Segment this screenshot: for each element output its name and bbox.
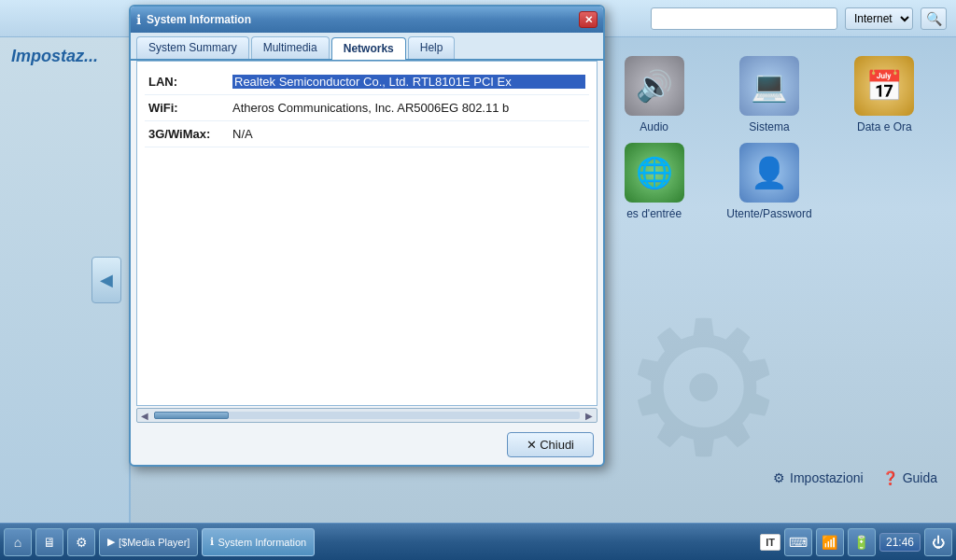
tab-help[interactable]: Help <box>408 36 456 59</box>
nav-arrow-left[interactable]: ◀ <box>91 257 121 303</box>
horizontal-scrollbar[interactable]: ◀ ▶ <box>136 408 598 423</box>
icons-area: 🔊 Audio 💻 Sistema 📅 Data e Ora 🌐 es d'en… <box>583 37 956 523</box>
taskbar-home-button[interactable]: ⌂ <box>4 528 32 556</box>
language-badge[interactable]: IT <box>760 534 780 551</box>
impostazioni-button[interactable]: ⚙ Impostazioni <box>773 470 864 485</box>
tab-networks[interactable]: Networks <box>331 37 406 60</box>
sistema-icon: 💻 <box>739 56 799 116</box>
dialog-tabs: System Summary Multimedia Networks Help <box>131 33 603 61</box>
scrollbar-thumb[interactable] <box>154 412 229 419</box>
taskbar: ⌂ 🖥 ⚙ ▶ [$Media Player] ℹ System Informa… <box>0 523 956 560</box>
dialog-titlebar: ℹ System Information ✕ <box>131 7 603 33</box>
dataora-label: Data e Ora <box>857 120 912 133</box>
utente-icon: 👤 <box>739 143 799 203</box>
help-icon: ❓ <box>882 470 898 485</box>
entree-icon-item[interactable]: 🌐 es d'entrée <box>601 143 707 220</box>
sistema-icon-item[interactable]: 💻 Sistema <box>716 56 822 133</box>
guida-button[interactable]: ❓ Guida <box>882 470 937 485</box>
wifi-value: Atheros Communications, Inc. AR5006EG 80… <box>232 101 585 115</box>
search-button[interactable]: 🔍 <box>921 7 947 30</box>
sysinfo-icon: ℹ <box>210 536 214 548</box>
tab-multimedia[interactable]: Multimedia <box>251 36 330 59</box>
entree-icon: 🌐 <box>625 143 684 203</box>
impostazioni-label: Impostazioni <box>790 470 864 485</box>
taskbar-mediaplayer-button[interactable]: ▶ [$Media Player] <box>99 528 198 556</box>
taskbar-clock[interactable]: 21:46 <box>879 533 921 552</box>
utente-icon-item[interactable]: 👤 Utente/Password <box>716 143 822 220</box>
taskbar-power-button[interactable]: ⏻ <box>924 528 952 556</box>
taskbar-sysinfo-button[interactable]: ℹ System Information <box>202 528 315 556</box>
3g-value: N/A <box>232 127 585 141</box>
mediaplayer-icon: ▶ <box>107 536 115 548</box>
wifi-label: WiFi: <box>148 101 232 115</box>
mediaplayer-label: [$Media Player] <box>119 537 190 548</box>
taskbar-desktop-button[interactable]: 🖥 <box>35 528 63 556</box>
network-row-3g: 3G/WiMax: N/A <box>145 121 589 147</box>
dialog-content: LAN: Realtek Semiconductor Co., Ltd. RTL… <box>136 61 598 406</box>
sistema-label: Sistema <box>749 120 789 133</box>
audio-icon-item[interactable]: 🔊 Audio <box>601 56 707 133</box>
taskbar-keyboard-button[interactable]: ⌨ <box>784 528 812 556</box>
scrollbar-track <box>154 412 580 419</box>
guida-label: Guida <box>903 470 937 485</box>
dataora-icon-item[interactable]: 📅 Data e Ora <box>832 56 937 133</box>
dialog-footer: ✕ Chiudi <box>131 425 603 465</box>
search-input[interactable] <box>651 7 837 30</box>
bottom-desktop-bar: ⚙ Impostazioni ❓ Guida <box>773 470 937 485</box>
lan-value: Realtek Semiconductor Co., Ltd. RTL8101E… <box>232 75 585 89</box>
taskbar-right-area: IT ⌨ 📶 🔋 21:46 ⏻ <box>760 528 952 556</box>
entree-label: es d'entrée <box>626 207 682 220</box>
system-info-dialog: ℹ System Information ✕ System Summary Mu… <box>129 5 605 467</box>
taskbar-network-button[interactable]: 📶 <box>816 528 844 556</box>
scrollbar-left-arrow[interactable]: ◀ <box>137 411 152 421</box>
audio-label: Audio <box>640 120 668 133</box>
lan-label: LAN: <box>148 75 232 89</box>
dataora-icon: 📅 <box>854 56 914 116</box>
tab-system-summary[interactable]: System Summary <box>136 36 249 59</box>
internet-select[interactable]: Internet <box>845 7 913 30</box>
network-row-wifi: WiFi: Atheros Communications, Inc. AR500… <box>145 95 589 121</box>
network-row-lan: LAN: Realtek Semiconductor Co., Ltd. RTL… <box>145 69 589 95</box>
chiudi-button[interactable]: ✕ Chiudi <box>507 432 594 457</box>
dialog-title-text: System Information <box>147 13 573 26</box>
audio-icon: 🔊 <box>625 56 684 116</box>
taskbar-settings-button[interactable]: ⚙ <box>67 528 95 556</box>
utente-label: Utente/Password <box>726 207 811 220</box>
impostaz-label: Impostaz... <box>0 37 129 76</box>
gear-icon: ⚙ <box>773 470 785 485</box>
left-panel: Impostaz... ◀ <box>0 37 131 523</box>
scrollbar-right-arrow[interactable]: ▶ <box>582 411 597 421</box>
dialog-title-icon: ℹ <box>136 12 141 27</box>
sysinfo-label: System Information <box>218 537 306 548</box>
dialog-close-button[interactable]: ✕ <box>579 11 598 28</box>
3g-label: 3G/WiMax: <box>148 127 232 141</box>
taskbar-battery-button[interactable]: 🔋 <box>848 528 876 556</box>
desktop: Internet 🔍 ASP Impostaz... ◀ ⚙ 🔊 Audio 💻… <box>0 0 956 523</box>
